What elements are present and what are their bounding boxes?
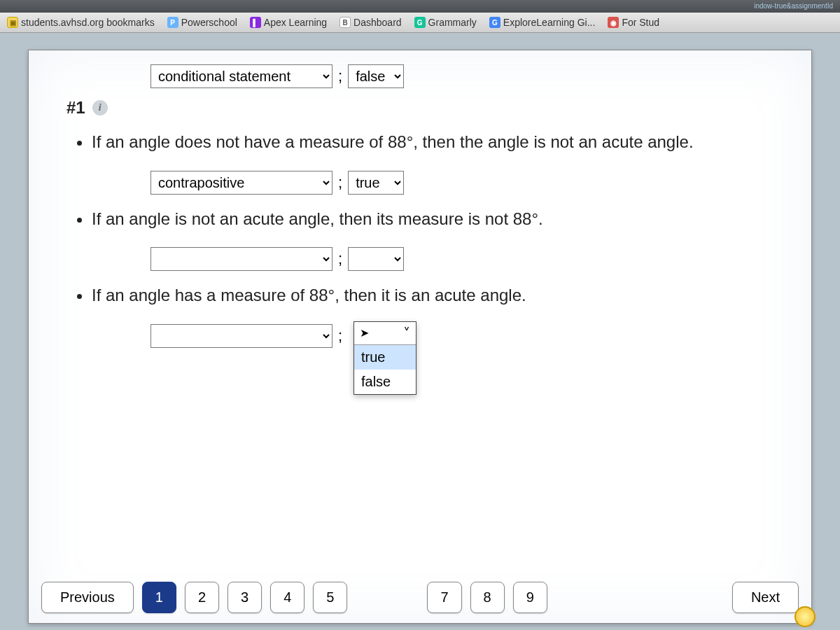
question-header: #1 i — [66, 98, 788, 118]
question-number: #1 — [66, 98, 85, 118]
bookmark-label: Powerschool — [181, 17, 237, 28]
bookmark-label: ExploreLearning Gi... — [503, 17, 596, 28]
bookmark-apex[interactable]: ▌ Apex Learning — [250, 17, 327, 28]
page-button-4[interactable]: 4 — [270, 582, 304, 613]
semicolon: ; — [338, 327, 342, 345]
bookmark-forstud[interactable]: ◉ For Stud — [608, 17, 659, 28]
powerschool-icon: P — [167, 17, 178, 28]
row3-selects: ; — [150, 247, 788, 271]
dropdown-option-false[interactable]: false — [354, 370, 416, 394]
statement-type-select-1[interactable]: conditional statement — [150, 64, 332, 88]
explorelearning-icon: G — [489, 17, 500, 28]
info-icon[interactable]: i — [92, 100, 108, 115]
statement-type-select-3[interactable] — [150, 247, 332, 271]
question-card: conditional statement ; false #1 i If an… — [28, 50, 812, 624]
dashboard-icon: B — [340, 17, 351, 28]
forstud-icon: ◉ — [608, 17, 619, 28]
bookmark-dashboard[interactable]: B Dashboard — [340, 17, 402, 28]
page-button-9[interactable]: 9 — [513, 582, 547, 613]
statement-1: If an angle does not have a measure of 8… — [92, 130, 788, 154]
truth-value-select-2[interactable]: true — [348, 171, 404, 195]
dropdown-option-true[interactable]: true — [354, 345, 416, 370]
bookmark-label: Grammarly — [428, 17, 477, 28]
statement-type-select-2[interactable]: contrapositive — [150, 171, 332, 195]
row2-selects: contrapositive ; true — [150, 171, 788, 195]
browser-url-bar: indow-true&assignmentId — [0, 0, 840, 13]
page-button-2[interactable]: 2 — [185, 582, 219, 613]
chevron-down-icon: ˅ — [403, 325, 410, 342]
bookmark-label: Dashboard — [354, 17, 402, 28]
page-button-5[interactable]: 5 — [313, 582, 347, 613]
row4-selects: ; ➤ ˅ true false — [150, 324, 788, 348]
dropdown-trigger[interactable]: ➤ ˅ — [354, 322, 416, 345]
page-buttons: 1 2 3 4 5 7 8 9 — [142, 582, 547, 613]
semicolon: ; — [338, 174, 342, 192]
page-button-1[interactable]: 1 — [142, 582, 176, 613]
statement-3: If an angle has a measure of 88°, then i… — [92, 284, 788, 307]
statement-2: If an angle is not an acute angle, then … — [92, 207, 788, 231]
corner-badge-icon — [794, 606, 816, 627]
truth-value-select-1[interactable]: false — [348, 64, 404, 88]
bookmark-powerschool[interactable]: P Powerschool — [167, 17, 237, 28]
page-button-3[interactable]: 3 — [227, 582, 262, 613]
apex-icon: ▌ — [250, 17, 261, 28]
bookmark-students[interactable]: ▣ students.avhsd.org bookmarks — [7, 17, 155, 28]
bookmark-grammarly[interactable]: G Grammarly — [414, 17, 477, 28]
bookmark-explorelearning[interactable]: G ExploreLearning Gi... — [489, 17, 596, 28]
bookmark-label: students.avhsd.org bookmarks — [21, 17, 155, 28]
next-button[interactable]: Next — [732, 582, 799, 613]
pagination-bar: Previous 1 2 3 4 5 7 8 9 Next — [29, 582, 811, 613]
cursor-icon: ➤ — [360, 326, 369, 340]
previous-button[interactable]: Previous — [41, 582, 134, 613]
truth-value-select-3[interactable] — [348, 247, 404, 271]
bookmark-label: For Stud — [622, 17, 659, 28]
truth-value-dropdown-open[interactable]: ➤ ˅ true false — [354, 321, 416, 395]
semicolon: ; — [338, 250, 342, 268]
bookmark-label: Apex Learning — [264, 17, 327, 28]
statement-type-select-4[interactable] — [150, 324, 332, 348]
bookmarks-bar: ▣ students.avhsd.org bookmarks P Powersc… — [0, 13, 840, 33]
semicolon: ; — [338, 67, 342, 85]
page-button-7[interactable]: 7 — [427, 582, 461, 613]
folder-icon: ▣ — [7, 17, 18, 28]
url-fragment: indow-true&assignmentId — [754, 2, 833, 10]
grammarly-icon: G — [414, 17, 426, 28]
row1-selects: conditional statement ; false — [150, 64, 788, 88]
page-button-8[interactable]: 8 — [470, 582, 505, 613]
